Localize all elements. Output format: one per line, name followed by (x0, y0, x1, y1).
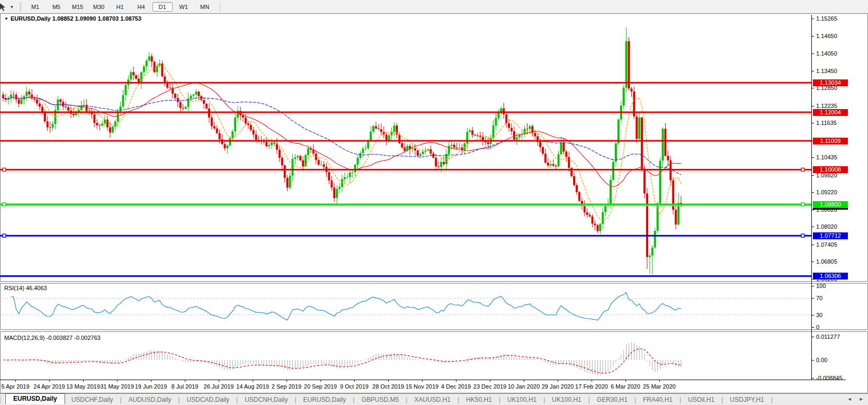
date-tick-label: 5 Apr 2019 (1, 383, 29, 390)
price-axis-tick (812, 192, 814, 193)
date-tick-label: 4 Dec 2019 (441, 383, 471, 390)
date-tick-label: 31 May 2019 (100, 383, 134, 390)
price-axis-tick (812, 245, 814, 245)
date-axis-tick (625, 380, 626, 382)
tab-scroll-right-icon[interactable]: ▸ (860, 395, 863, 402)
level-price-label: 1.06306 (813, 273, 848, 280)
price-chart-canvas[interactable] (0, 15, 812, 282)
price-axis-tick (812, 210, 814, 210)
date-axis-tick (524, 380, 524, 382)
rsi-axis-tick (812, 315, 814, 316)
date-tick-label: 6 Mar 2020 (611, 383, 640, 390)
timeframe-button-w1[interactable]: W1 (174, 2, 194, 12)
rsi-tick-label: 70 (816, 295, 822, 301)
date-tick-label: 9 Oct 2019 (340, 383, 369, 390)
toolbar-divider (220, 2, 220, 12)
price-tick-label: 1.14050 (816, 50, 837, 57)
level-price-label: 1.13034 (813, 79, 848, 86)
chart-tab-uk100-h1[interactable]: UK100,H1 (545, 395, 587, 404)
chart-tab-usdjpy-h1[interactable]: USDJPY,H1 (723, 395, 770, 404)
timeframe-button-h1[interactable]: H1 (110, 2, 130, 12)
price-tick-label: 1.14650 (816, 33, 837, 39)
price-axis-tick (812, 71, 814, 71)
tabbar-grip (1, 395, 5, 403)
chart-tab-xauusd-h1[interactable]: XAUUSD,H1 (408, 395, 457, 404)
date-axis-tick (456, 380, 457, 382)
macd-indicator-canvas[interactable] (0, 332, 812, 380)
timeframe-button-mn[interactable]: MN (195, 2, 215, 12)
price-axis-tick (812, 157, 814, 158)
panel-separator[interactable] (0, 329, 868, 332)
macd-tick-label: 0.00 (816, 357, 827, 363)
chart-tab-usdcnh-daily[interactable]: USDCNH,Daily (238, 395, 294, 404)
tab-separator: | (771, 396, 773, 403)
macd-tick-label: 0.011277 (816, 334, 840, 340)
price-tick-label: 1.10435 (816, 154, 837, 160)
timeframe-button-m5[interactable]: M5 (47, 2, 67, 12)
chart-tab-eurusd-daily[interactable]: EURUSD,Daily (297, 395, 353, 404)
chart-tab-uk100-h1[interactable]: UK100,H1 (501, 395, 543, 404)
date-tick-label: 8 Jul 2019 (172, 383, 199, 390)
chart-tab-usoil-h1[interactable]: USOil,H1 (682, 395, 721, 404)
price-axis-tick (812, 53, 814, 54)
timeframe-button-m15[interactable]: M15 (68, 2, 88, 12)
rsi-tick-label: 30 (816, 312, 822, 318)
price-tick-label: 1.13450 (816, 68, 837, 74)
price-axis-tick (812, 36, 814, 37)
price-tick-label: 1.06805 (816, 258, 837, 265)
date-tick-label: 19 Jun 2019 (135, 383, 167, 390)
chart-title: ▼EURUSD,Daily 1.08852 1.09090 1.08703 1.… (4, 15, 141, 22)
chart-tab-audusd-daily[interactable]: AUDUSD,Daily (122, 395, 178, 404)
date-tick-label: 20 Sep 2019 (304, 383, 337, 390)
price-tick-label: 1.09220 (816, 189, 837, 195)
timeframe-button-m1[interactable]: M1 (25, 2, 46, 12)
timeframe-button-h4[interactable]: H4 (131, 2, 151, 12)
date-tick-label: 14 Aug 2019 (236, 383, 269, 390)
timeframe-buttons: M1M5M15M30H1H4D1W1MN (25, 2, 216, 12)
price-axis-tick (812, 227, 814, 227)
date-tick-label: 2 Sep 2019 (272, 383, 301, 390)
level-price-label: 1.12004 (813, 109, 848, 116)
date-tick-label: 25 Mar 2020 (643, 383, 676, 390)
price-tick-label: 1.11635 (816, 120, 837, 126)
chart-tab-usdcad-daily[interactable]: USDCAD,Daily (180, 395, 236, 404)
top-toolbar: ▾ M1M5M15M30H1H4D1W1MN (0, 0, 868, 13)
collapse-triangle-icon[interactable]: ▼ (4, 16, 8, 21)
rsi-axis-tick (812, 298, 814, 299)
date-axis-tick (320, 380, 321, 382)
tab-scroll-left-icon[interactable]: ◂ (848, 395, 851, 402)
chart-tab-eurusd-daily[interactable]: EURUSD,Daily (5, 393, 65, 404)
date-tick-label: 23 Dec 2019 (473, 383, 506, 390)
rsi-indicator-label: RSI(14) 46.4063 (4, 285, 47, 291)
level-price-label: 1.07712 (813, 232, 848, 239)
date-tick-label: 26 Jul 2019 (204, 383, 234, 390)
date-axis[interactable]: 5 Apr 201924 Apr 201913 May 201931 May 2… (0, 380, 868, 393)
macd-axis-tick (812, 360, 814, 361)
macd-axis-tick (812, 337, 814, 337)
price-axis-tick (812, 19, 814, 19)
chart-tab-hk50-h1[interactable]: HK50,H1 (460, 395, 498, 404)
crosshair-tool-icon[interactable] (0, 2, 8, 12)
date-axis-tick (49, 380, 50, 382)
rsi-axis-tick (812, 286, 814, 286)
price-axis[interactable]: 1.152651.146501.140501.134501.128501.122… (811, 15, 868, 380)
timeframe-button-m30[interactable]: M30 (89, 2, 109, 12)
chart-tab-ger30-h1[interactable]: GER30,H1 (590, 395, 634, 404)
price-tick-label: 1.15265 (816, 15, 837, 22)
level-price-label: 1.11009 (813, 138, 848, 145)
date-axis-tick (15, 380, 16, 382)
price-tick-label: 1.07405 (816, 241, 837, 248)
chevron-down-icon[interactable]: ▾ (11, 4, 13, 10)
chart-tab-fra40-h1[interactable]: FRA40,H1 (637, 395, 679, 404)
level-price-label: 1.08800 (813, 201, 848, 208)
date-axis-tick (83, 380, 84, 382)
price-axis-tick (812, 262, 814, 262)
price-tick-label: 1.08020 (816, 223, 837, 230)
rsi-indicator-canvas[interactable] (0, 284, 812, 328)
date-tick-label: 28 Oct 2019 (372, 383, 404, 390)
chart-tab-usdchf-daily[interactable]: USDCHF,Daily (65, 395, 120, 404)
timeframe-button-d1[interactable]: D1 (153, 2, 173, 12)
date-axis-tick (490, 380, 490, 382)
chart-tab-gbpusd-m5[interactable]: GBPUSD,M5 (355, 395, 405, 404)
date-tick-label: 29 Jan 2020 (542, 383, 574, 390)
